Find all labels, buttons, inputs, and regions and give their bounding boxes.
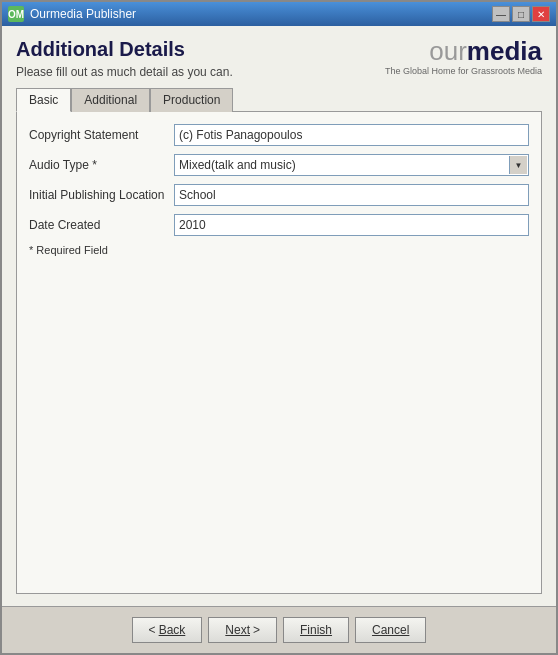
back-icon: < [149, 623, 156, 637]
tabs-container: Basic Additional Production [16, 87, 542, 112]
bottom-bar: < Back Next > Finish Cancel [2, 606, 556, 653]
tabs: Basic Additional Production [16, 87, 542, 112]
title-bar-left: OM Ourmedia Publisher [8, 6, 136, 22]
back-button[interactable]: < Back [132, 617, 203, 643]
minimize-button[interactable]: — [492, 6, 510, 22]
date-created-row: Date Created [29, 214, 529, 236]
copyright-row: Copyright Statement [29, 124, 529, 146]
logo-media: media [467, 36, 542, 66]
next-button[interactable]: Next > [208, 617, 277, 643]
tab-production[interactable]: Production [150, 88, 233, 112]
cancel-label: Cancel [372, 623, 409, 637]
finish-button[interactable]: Finish [283, 617, 349, 643]
content-area: Additional Details Please fill out as mu… [2, 26, 556, 606]
ourmedia-tagline: The Global Home for Grassroots Media [385, 66, 542, 76]
window-title: Ourmedia Publisher [30, 7, 136, 21]
page-title: Additional Details [16, 38, 233, 61]
publishing-location-row: Initial Publishing Location [29, 184, 529, 206]
page-subtitle: Please fill out as much detail as you ca… [16, 65, 233, 79]
header-right: ourmedia The Global Home for Grassroots … [385, 38, 542, 76]
date-created-input[interactable] [174, 214, 529, 236]
back-label: Back [159, 623, 186, 637]
date-created-label: Date Created [29, 218, 174, 232]
title-bar: OM Ourmedia Publisher — □ ✕ [2, 2, 556, 26]
copyright-input[interactable] [174, 124, 529, 146]
app-icon: OM [8, 6, 24, 22]
maximize-button[interactable]: □ [512, 6, 530, 22]
audio-type-select-wrapper: Mixed(talk and music) Talk Music ▼ [174, 154, 529, 176]
tab-additional[interactable]: Additional [71, 88, 150, 112]
title-bar-controls: — □ ✕ [492, 6, 550, 22]
cancel-button[interactable]: Cancel [355, 617, 426, 643]
required-note: * Required Field [29, 244, 529, 256]
next-label: Next [225, 623, 250, 637]
form-panel: Copyright Statement Audio Type Mixed(tal… [16, 112, 542, 594]
copyright-label: Copyright Statement [29, 128, 174, 142]
audio-type-select[interactable]: Mixed(talk and music) Talk Music [174, 154, 529, 176]
tab-basic[interactable]: Basic [16, 88, 71, 112]
publishing-location-label: Initial Publishing Location [29, 188, 174, 202]
header-left: Additional Details Please fill out as mu… [16, 38, 233, 79]
publishing-location-input[interactable] [174, 184, 529, 206]
logo-our: our [429, 36, 467, 66]
audio-type-label: Audio Type [29, 158, 174, 172]
main-window: OM Ourmedia Publisher — □ ✕ Additional D… [0, 0, 558, 655]
ourmedia-logo: ourmedia [385, 38, 542, 64]
audio-type-row: Audio Type Mixed(talk and music) Talk Mu… [29, 154, 529, 176]
close-button[interactable]: ✕ [532, 6, 550, 22]
header-section: Additional Details Please fill out as mu… [16, 38, 542, 79]
next-icon: > [253, 623, 260, 637]
finish-label: Finish [300, 623, 332, 637]
